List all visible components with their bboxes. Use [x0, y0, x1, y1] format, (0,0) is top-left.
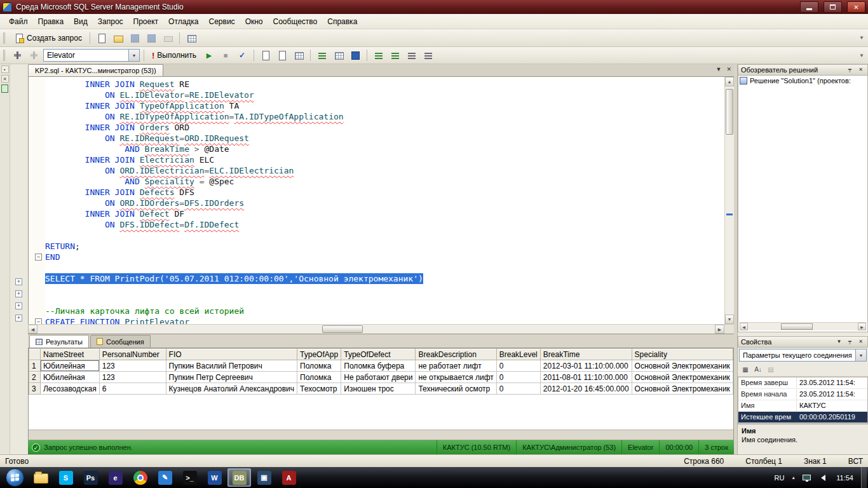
grid-cell[interactable]: Основной Электромеханик — [632, 372, 733, 383]
scroll-down-icon[interactable]: ▼ — [725, 315, 734, 324]
scroll-left-icon[interactable]: ◀ — [28, 325, 37, 334]
expand-box[interactable]: + — [15, 278, 22, 285]
solution-explorer-tree[interactable]: Решение "Solution1" (проектов: ◀ ▶ — [738, 76, 868, 332]
grid-cell[interactable]: Поломка буфера — [341, 360, 416, 372]
column-header-BreakLevel[interactable]: BreakLevel — [496, 349, 540, 360]
code-line[interactable] — [29, 230, 724, 241]
hidden-icons-arrow[interactable]: ▲ — [791, 475, 796, 480]
grid-cell[interactable]: 2011-08-01 11:10:00.000 — [540, 372, 632, 383]
menu-item-Сообщество[interactable]: Сообщество — [268, 15, 323, 28]
code-line[interactable]: ON EL.IDElevator=RE.IDElevator — [29, 90, 724, 100]
grid-cell[interactable]: Основной Электромеханик — [632, 360, 733, 372]
toolbar-options-button[interactable]: ▼ — [858, 53, 865, 58]
code-line[interactable]: −CREATE FUNCTION PrintElevator — [29, 316, 724, 324]
toolbar-grip[interactable] — [3, 32, 6, 44]
grid-cell[interactable]: 2012-01-20 16:45:00.000 — [540, 383, 632, 395]
close-icon[interactable]: ✕ — [857, 66, 865, 74]
expand-box[interactable]: + — [15, 302, 22, 309]
menu-item-Отладка[interactable]: Отладка — [163, 15, 203, 28]
scroll-up-icon[interactable]: ▲ — [725, 77, 734, 86]
properties-header[interactable]: Свойства ▼ ┯ ✕ — [738, 336, 868, 348]
language-indicator[interactable]: RU — [774, 474, 784, 482]
close-button[interactable]: ✕ — [847, 1, 865, 13]
scroll-right-icon[interactable]: ▶ — [858, 323, 866, 330]
sql-editor[interactable]: INNER JOIN Request RE ON EL.IDElevator=R… — [28, 77, 734, 324]
intellisense-button[interactable] — [291, 48, 306, 62]
ssms-icon[interactable]: DB — [227, 468, 251, 487]
code-line[interactable]: INNER JOIN Electrician ELC — [29, 154, 724, 165]
properties-object-combobox[interactable]: Параметры текущего соединения ▼ — [739, 349, 867, 362]
display-tray-icon[interactable] — [803, 475, 811, 480]
expand-box[interactable]: + — [15, 315, 22, 322]
scroll-track[interactable] — [725, 86, 734, 315]
eclipse-icon[interactable]: e — [104, 468, 127, 487]
chevron-down-icon[interactable]: ▼ — [855, 349, 866, 361]
menu-item-Файл[interactable]: Файл — [4, 15, 33, 28]
menu-item-Вид[interactable]: Вид — [69, 15, 93, 28]
explorer-icon[interactable] — [29, 468, 53, 487]
new-item-button[interactable] — [94, 31, 109, 45]
property-row[interactable]: ИмяКАКТУС — [738, 400, 867, 412]
property-value[interactable]: КАКТУС — [797, 400, 867, 411]
toolbar-grip[interactable] — [3, 50, 6, 61]
solution-root-item[interactable]: Решение "Solution1" (проектов: — [740, 77, 866, 85]
paint-icon[interactable]: ✎ — [153, 468, 177, 487]
code-line[interactable]: INNER JOIN TypeOfApplication TA — [29, 100, 724, 111]
code-line[interactable]: INNER JOIN Defect DF — [29, 208, 724, 219]
tab-close-icon[interactable]: ✕ — [726, 66, 731, 72]
code-line[interactable] — [29, 295, 724, 306]
property-value[interactable]: 23.05.2012 11:54: — [797, 377, 867, 388]
toolbar-options-button[interactable]: ▼ — [858, 35, 865, 41]
uncomment-button[interactable] — [388, 48, 403, 62]
dock-pin-icon[interactable]: ▪ — [1, 65, 9, 73]
parse-button[interactable]: ✓ — [234, 48, 250, 62]
grid-cell[interactable]: 123 — [99, 360, 166, 372]
tab-list-chevron-icon[interactable]: ▼ — [716, 66, 722, 72]
save-all-button[interactable] — [144, 31, 159, 45]
expand-box[interactable]: + — [15, 290, 22, 297]
document-tab[interactable]: KP2.sql - КАКТУС...министратор (53)) — [28, 64, 163, 76]
sort-alphabetical-icon[interactable]: A↓ — [752, 364, 764, 376]
grid-cell[interactable]: Поломка — [297, 360, 341, 372]
increase-indent-button[interactable] — [421, 48, 436, 62]
property-value[interactable]: 00:00:00.2050119 — [797, 412, 867, 423]
stop-button[interactable]: ■ — [218, 48, 233, 62]
property-row[interactable]: Истекшее врем00:00:00.2050119 — [738, 412, 867, 423]
code-line[interactable]: ON DFS.IDDefect=Df.IDDefect — [29, 219, 724, 230]
menu-item-Сервис[interactable]: Сервис — [204, 15, 240, 28]
change-connection-button[interactable] — [27, 48, 42, 62]
grid-cell[interactable]: Лесозаводская — [40, 383, 99, 395]
results-to-file-button[interactable] — [348, 48, 363, 62]
row-header[interactable]: 1 — [29, 360, 41, 372]
show-estimated-plan-button[interactable] — [258, 48, 273, 62]
scroll-thumb[interactable] — [322, 325, 363, 333]
debug-button[interactable]: ▶ — [201, 48, 217, 62]
scroll-right-icon[interactable]: ▶ — [715, 325, 724, 334]
column-header-NameStreet[interactable]: NameStreet — [40, 349, 99, 360]
code-line[interactable]: INNER JOIN Orders ORD — [29, 122, 724, 133]
maximize-button[interactable] — [824, 1, 842, 13]
grid-cell[interactable]: 6 — [99, 383, 166, 395]
grid-cell[interactable]: Юбилейная — [40, 372, 99, 383]
execute-button[interactable]: ! Выполнить — [148, 48, 200, 62]
menu-item-Проект[interactable]: Проект — [128, 15, 164, 28]
code-line[interactable]: AND Speciality = @Spec — [29, 176, 724, 187]
grid-cell[interactable]: 0 — [496, 383, 540, 395]
table-row[interactable]: 2Юбилейная123Пупкин Петр СергеевичПоломк… — [29, 372, 733, 383]
code-line[interactable] — [29, 262, 724, 273]
results-grid[interactable]: NameStreetPersonalNumberFIOTypeOfAppType… — [28, 348, 734, 440]
menu-item-Правка[interactable]: Правка — [33, 15, 69, 28]
grid-cell[interactable]: Юбилейная — [40, 360, 99, 372]
menu-item-Окно[interactable]: Окно — [240, 15, 268, 28]
column-header-FIO[interactable]: FIO — [166, 349, 297, 360]
open-file-button[interactable] — [111, 31, 126, 45]
skype-icon[interactable]: S — [54, 468, 78, 487]
title-bar[interactable]: Среда Microsoft SQL Server Management St… — [0, 0, 868, 14]
code-line[interactable]: INNER JOIN Defects DFS — [29, 187, 724, 198]
comment-button[interactable] — [371, 48, 386, 62]
row-header[interactable]: 3 — [29, 383, 41, 395]
scroll-thumb[interactable] — [781, 323, 813, 330]
property-pages-icon[interactable]: ▤ — [765, 364, 776, 376]
grid-corner[interactable] — [29, 349, 41, 360]
code-line[interactable]: −END — [29, 252, 724, 262]
